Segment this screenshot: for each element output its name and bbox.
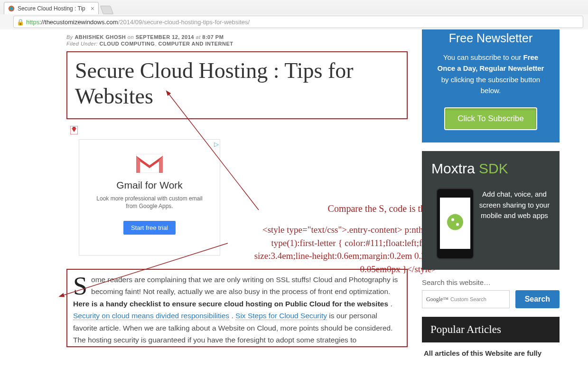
search-widget: Search this website… Google™ Custom Sear… <box>422 278 560 308</box>
svg-rect-5 <box>136 154 163 173</box>
annotation-intro: Compare the S, code is this : <box>252 202 437 216</box>
svg-point-2 <box>10 7 12 9</box>
browser-tab[interactable]: Secure Cloud Hosting : Tip × <box>4 2 99 14</box>
favicon-icon <box>8 5 15 12</box>
url-path: /2014/09/secure-cloud-hosting-tips-for-w… <box>118 19 250 26</box>
post-time: 8:07 PM <box>202 34 224 40</box>
address-bar[interactable]: 🔒 https ://thecustomizewindows.com /2014… <box>13 16 583 28</box>
lock-icon: 🔒 <box>17 19 24 26</box>
category-link[interactable]: CLOUD COMPUTING <box>99 41 155 47</box>
browser-chrome: Secure Cloud Hosting : Tip × 🔒 https ://… <box>0 0 588 29</box>
main-content: By ABHISHEK GHOSH on SEPTEMBER 12, 2014 … <box>28 29 422 366</box>
moxtra-logo: Moxtra SDK <box>431 161 550 177</box>
popular-text: All articles of this Website are fully <box>422 342 560 357</box>
moxtra-text: Add chat, voice, and screen sharing to y… <box>479 189 550 221</box>
search-input[interactable]: Google™ Custom Search <box>422 290 510 308</box>
sidebar: Free Newsletter You can subscribe to our… <box>422 29 560 366</box>
post-body: S ome readers are complaining that we ar… <box>66 269 408 347</box>
popular-articles-widget: Popular Articles All articles of this We… <box>422 317 560 357</box>
ad-cta-button[interactable]: Start free trial <box>123 221 176 235</box>
post-title-box: Secure Cloud Hosting : Tips for Websites <box>66 51 408 119</box>
tab-title: Secure Cloud Hosting : Tip <box>18 5 85 12</box>
phone-icon <box>436 188 474 259</box>
url-domain: ://thecustomizewindows.com <box>39 19 118 26</box>
author-link[interactable]: ABHISHEK GHOSH <box>75 34 126 40</box>
search-label: Search this website… <box>422 278 560 286</box>
newsletter-widget: Free Newsletter You can subscribe to our… <box>422 29 560 142</box>
pdf-icon[interactable] <box>70 126 78 134</box>
ad-unit[interactable]: ▷ Gmail for Work Look more professional … <box>79 139 220 256</box>
newsletter-title: Free Newsletter <box>433 29 548 52</box>
tab-bar: Secure Cloud Hosting : Tip × <box>0 0 588 14</box>
inline-link[interactable]: Security on cloud means divided responsi… <box>73 312 229 320</box>
category-link[interactable]: COMPUTER AND INTERNET <box>159 41 233 47</box>
post-title: Secure Cloud Hosting : Tips for Websites <box>75 58 399 110</box>
ad-text: Look more professional with custom email… <box>79 195 220 211</box>
gmail-icon <box>136 154 163 173</box>
address-bar-row: 🔒 https ://thecustomizewindows.com /2014… <box>0 14 588 29</box>
adchoices-icon[interactable]: ▷ <box>214 141 219 148</box>
subscribe-button[interactable]: Click To Subscribe <box>444 107 537 130</box>
popular-heading: Popular Articles <box>422 317 560 342</box>
moxtra-ad[interactable]: Moxtra SDK Add chat, voice, and screen s… <box>422 151 560 270</box>
url-protocol: https <box>26 19 39 26</box>
tab-close-icon[interactable]: × <box>91 5 94 12</box>
search-button[interactable]: Search <box>515 290 560 308</box>
new-tab-button[interactable] <box>100 6 114 14</box>
annotation-code: <style type="text/css">.entry-content> p… <box>218 223 437 275</box>
svg-rect-4 <box>73 127 75 128</box>
inline-link[interactable]: Six Steps for Cloud Security <box>235 312 327 320</box>
drop-cap: S <box>73 274 91 297</box>
post-date: SEPTEMBER 12, 2014 <box>136 34 194 40</box>
ad-heading: Gmail for Work <box>79 180 220 191</box>
post-meta: By ABHISHEK GHOSH on SEPTEMBER 12, 2014 … <box>66 34 408 47</box>
